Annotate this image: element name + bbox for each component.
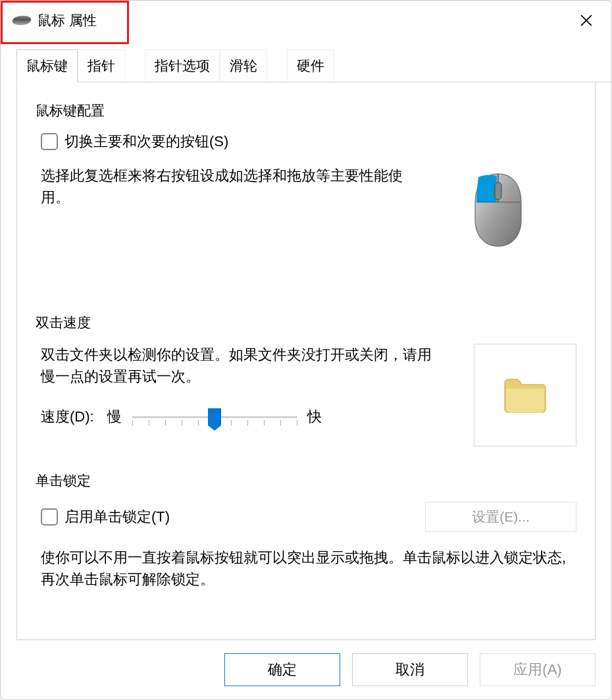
tab-content: 鼠标键配置 切换主要和次要的按钮(S) 选择此复选框来将右按钮设成如选择和拖放等… <box>16 82 596 640</box>
click-lock-settings-button[interactable]: 设置(E)... <box>425 502 576 532</box>
double-click-group: 双击速度 双击文件夹以检测你的设置。如果文件夹没打开或关闭，请用慢一点的设置再试… <box>36 313 576 446</box>
close-button[interactable] <box>567 4 606 37</box>
slow-label: 慢 <box>107 407 122 427</box>
close-icon <box>580 14 592 26</box>
tab-pointer[interactable]: 指针 <box>78 49 125 82</box>
click-lock-label: 启用单击锁定(T) <box>64 507 170 527</box>
titlebar: 鼠标 属性 <box>1 1 611 40</box>
mouse-properties-dialog: 鼠标 属性 鼠标键 指针 指针选项 滑轮 硬件 鼠标键配置 切换主要和次要的按钮… <box>0 0 612 700</box>
button-config-title: 鼠标键配置 <box>36 101 576 120</box>
tab-buttons[interactable]: 鼠标键 <box>16 49 78 82</box>
speed-label: 速度(D): <box>41 407 94 427</box>
click-lock-group: 单击锁定 启用单击锁定(T) 设置(E)... 使你可以不用一直按着鼠标按钮就可… <box>36 471 576 590</box>
double-click-description: 双击文件夹以检测你的设置。如果文件夹没打开或关闭，请用慢一点的设置再试一次。 <box>41 344 434 387</box>
apply-button[interactable]: 应用(A) <box>480 653 596 686</box>
click-lock-title: 单击锁定 <box>36 471 576 490</box>
mouse-icon <box>11 16 32 25</box>
fast-label: 快 <box>307 407 322 427</box>
mouse-preview <box>420 132 576 288</box>
svg-rect-3 <box>495 182 501 200</box>
switch-buttons-label: 切换主要和次要的按钮(S) <box>64 132 228 151</box>
tab-pointer-options[interactable]: 指针选项 <box>145 49 220 82</box>
folder-test-area[interactable] <box>474 344 576 446</box>
folder-icon <box>502 377 548 414</box>
switch-buttons-checkbox[interactable] <box>41 133 58 150</box>
slider-thumb[interactable] <box>208 408 221 425</box>
click-lock-checkbox[interactable] <box>41 508 58 525</box>
mouse-image-icon <box>469 171 528 250</box>
speed-slider[interactable] <box>132 407 297 427</box>
cancel-button[interactable]: 取消 <box>352 653 468 686</box>
button-config-group: 鼠标键配置 切换主要和次要的按钮(S) 选择此复选框来将右按钮设成如选择和拖放等… <box>36 101 576 288</box>
window-title: 鼠标 属性 <box>38 11 97 30</box>
tab-wheel[interactable]: 滑轮 <box>220 49 267 82</box>
double-click-title: 双击速度 <box>36 313 576 332</box>
button-config-description: 选择此复选框来将右按钮设成如选择和拖放等主要性能使用。 <box>41 165 407 208</box>
dialog-footer: 确定 取消 应用(A) <box>1 653 611 699</box>
tab-bar: 鼠标键 指针 指针选项 滑轮 硬件 <box>1 49 611 82</box>
tab-hardware[interactable]: 硬件 <box>287 49 334 82</box>
click-lock-description: 使你可以不用一直按着鼠标按钮就可以突出显示或拖拽。单击鼠标以进入锁定状态,再次单… <box>41 547 576 590</box>
ok-button[interactable]: 确定 <box>224 653 340 686</box>
